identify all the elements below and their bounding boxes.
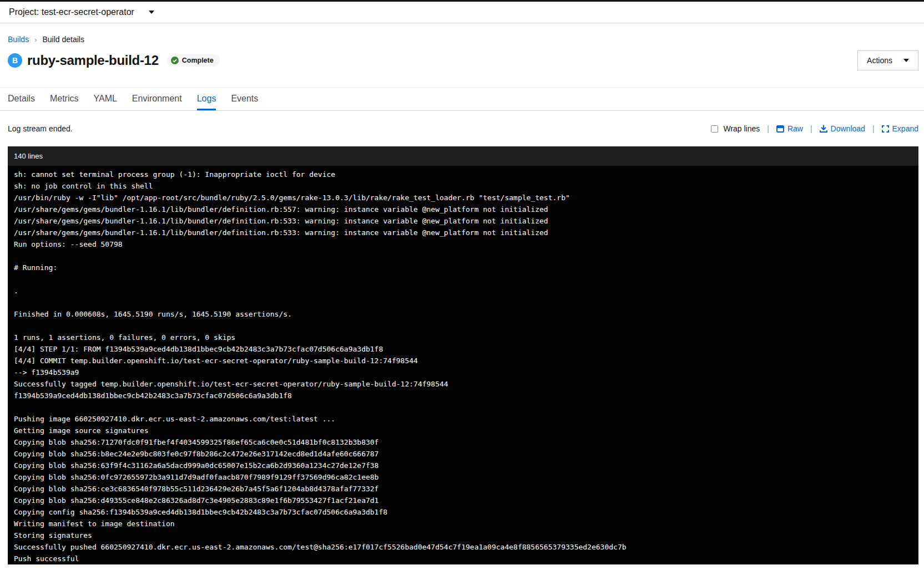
status-badge-label: Complete	[182, 57, 214, 64]
log-stream-status: Log stream ended.	[8, 124, 73, 133]
separator: |	[810, 124, 812, 133]
raw-link-label: Raw	[787, 124, 803, 133]
download-link-label: Download	[831, 124, 865, 133]
expand-link-label: Expand	[892, 124, 918, 133]
expand-icon	[882, 125, 889, 133]
breadcrumb-link-builds[interactable]: Builds	[8, 35, 29, 44]
tab-environment[interactable]: Environment	[132, 88, 182, 110]
tab-metrics[interactable]: Metrics	[50, 88, 79, 110]
page-header: B ruby-sample-build-12 Complete Actions	[8, 50, 918, 70]
tab-logs[interactable]: Logs	[197, 88, 216, 110]
wrap-lines-label: Wrap lines	[723, 124, 760, 133]
page-title: ruby-sample-build-12	[27, 53, 159, 68]
log-output[interactable]: sh: cannot set terminal process group (-…	[8, 166, 918, 564]
log-toolbar: Log stream ended. Wrap lines | Raw | Dow…	[8, 124, 918, 133]
log-controls: Wrap lines | Raw | Download | Expand	[711, 124, 918, 133]
actions-dropdown-button[interactable]: Actions	[857, 50, 918, 70]
caret-down-icon	[149, 11, 154, 14]
window-icon	[776, 125, 784, 133]
project-switcher-label: Project: test-ecr-secret-operator	[9, 7, 134, 17]
chevron-right-icon: ›	[34, 35, 37, 44]
breadcrumb: Builds › Build details	[8, 35, 924, 44]
tab-yaml[interactable]: YAML	[93, 88, 117, 110]
project-switcher[interactable]: Project: test-ecr-secret-operator	[0, 2, 924, 23]
actions-button-label: Actions	[867, 56, 892, 65]
tab-bar: Details Metrics YAML Environment Logs Ev…	[0, 87, 924, 111]
separator: |	[767, 124, 769, 133]
wrap-lines-control[interactable]: Wrap lines	[711, 124, 760, 133]
build-resource-icon: B	[8, 53, 22, 68]
tab-details[interactable]: Details	[8, 88, 35, 110]
tab-events[interactable]: Events	[231, 88, 258, 110]
caret-down-icon	[903, 59, 909, 62]
expand-link[interactable]: Expand	[882, 124, 918, 133]
check-circle-icon	[171, 57, 179, 64]
raw-link[interactable]: Raw	[776, 124, 803, 133]
status-badge: Complete	[167, 54, 220, 67]
download-link[interactable]: Download	[820, 124, 865, 133]
download-icon	[820, 125, 827, 133]
log-line-count: 140 lines	[14, 152, 43, 160]
wrap-lines-checkbox[interactable]	[711, 125, 718, 133]
log-viewer: 140 lines sh: cannot set terminal proces…	[8, 146, 918, 564]
separator: |	[872, 124, 875, 133]
log-viewer-header: 140 lines	[8, 146, 918, 166]
breadcrumb-current: Build details	[42, 35, 84, 44]
